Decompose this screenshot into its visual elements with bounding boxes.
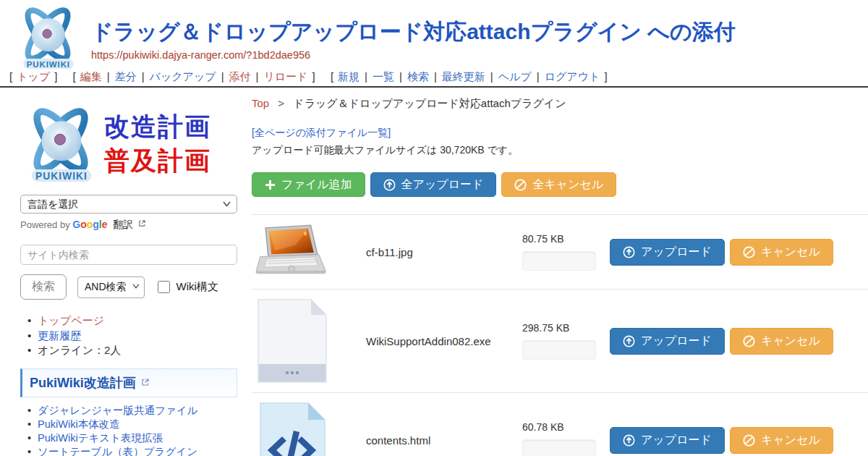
nav-help[interactable]: ヘルプ bbox=[498, 70, 532, 83]
file-size: 80.75 KB bbox=[522, 233, 598, 245]
nav-search[interactable]: 検索 bbox=[407, 70, 429, 83]
breadcrumb-home-link[interactable]: Top bbox=[252, 97, 269, 109]
banner-line1: 改造計画 bbox=[104, 109, 211, 143]
file-row: 8 cf-b11.jpg 80.75 KB ア bbox=[252, 214, 868, 289]
arrow-circle-up-icon bbox=[623, 434, 635, 447]
page-title: ドラッグ＆ドロップアップロード対応attachプラグイン への添付 bbox=[91, 17, 736, 47]
wiki-syntax-checkbox[interactable] bbox=[158, 281, 170, 293]
nav-new[interactable]: 新規 bbox=[338, 70, 359, 83]
logo-text: PUKIWIKI bbox=[27, 60, 70, 69]
file-size: 298.75 KB bbox=[522, 322, 598, 334]
nav-backup[interactable]: バックアップ bbox=[150, 70, 216, 83]
ban-icon bbox=[514, 179, 527, 191]
sidebar-banner[interactable]: PUKIWIKI 改造計画 普及計画 bbox=[20, 104, 237, 183]
cancel-button[interactable]: キャンセル bbox=[730, 328, 833, 355]
cancel-button[interactable]: キャンセル bbox=[730, 239, 833, 266]
arrow-circle-up-icon bbox=[383, 179, 396, 191]
sidebar-item-body-mod[interactable]: PukiWiki本体改造 bbox=[38, 418, 120, 430]
sidebar: PUKIWIKI 改造計画 普及計画 言語を選択 Powered by Goog… bbox=[20, 104, 237, 456]
nav-top[interactable]: トップ bbox=[17, 70, 50, 83]
separator: | bbox=[221, 70, 224, 83]
laptop-photo-thumbnail: 8 bbox=[252, 223, 333, 281]
list-item: オンライン：2人 bbox=[27, 344, 237, 357]
bracket: [ bbox=[9, 70, 12, 83]
upload-all-button[interactable]: 全アップロード bbox=[370, 172, 497, 197]
online-count: オンライン：2人 bbox=[38, 344, 121, 356]
upload-button[interactable]: アップロード bbox=[610, 239, 725, 266]
all-attachments-link[interactable]: [全ページの添付ファイル一覧] bbox=[252, 127, 391, 140]
bracket: [ bbox=[73, 70, 76, 83]
sidebar-plugin-links: ダジャレンジャー版共通ファイル PukiWiki本体改造 PukiWikiテキス… bbox=[20, 405, 237, 456]
nav-recent[interactable]: 最終更新 bbox=[442, 70, 485, 83]
main-content: Top > ドラッグ＆ドロップアップロード対応attachプラグイン [全ページ… bbox=[252, 97, 868, 456]
bracket: ] bbox=[312, 70, 315, 83]
file-name: cf-b11.jpg bbox=[333, 246, 522, 258]
nav-diff[interactable]: 差分 bbox=[115, 70, 137, 83]
pukiwiki-kaizou-link[interactable]: PukiWiki改造計画 bbox=[30, 376, 136, 390]
ban-icon bbox=[743, 335, 755, 347]
upload-file-list: 8 cf-b11.jpg 80.75 KB ア bbox=[252, 214, 868, 456]
max-upload-size-text: アップロード可能最大ファイルサイズは 30,720KB です。 bbox=[252, 144, 868, 157]
list-item: ダジャレンジャー版共通ファイル bbox=[27, 405, 237, 417]
separator: | bbox=[537, 70, 540, 83]
add-files-button[interactable]: ファイル追加 bbox=[252, 172, 365, 197]
breadcrumb-separator: > bbox=[278, 97, 284, 109]
google-logo: G bbox=[72, 219, 80, 230]
sidebar-item-text-ext[interactable]: PukiWikiテキスト表現拡張 bbox=[38, 432, 163, 444]
sidebar-quick-links: トップページ 更新履歴 オンライン：2人 bbox=[20, 314, 237, 357]
file-name: contents.html bbox=[333, 434, 522, 447]
arrow-circle-up-icon bbox=[623, 246, 635, 258]
search-button[interactable]: 検索 bbox=[20, 274, 67, 300]
google-translate-link[interactable]: 翻訳 bbox=[113, 219, 133, 230]
sidebar-section-heading: PukiWiki改造計画 bbox=[20, 368, 237, 397]
banner-line2: 普及計画 bbox=[104, 143, 211, 177]
file-row: WikiSupportAddin082.exe 298.75 KB アップロード… bbox=[252, 289, 868, 392]
sidebar-item-sort-table[interactable]: ソートテーブル（表）プラグイン bbox=[38, 446, 197, 456]
nav-logout[interactable]: ログアウト bbox=[545, 70, 600, 83]
file-row: contents.html 60.78 KB アップロード キャンセル bbox=[252, 392, 868, 456]
sidebar-item-update-history[interactable]: 更新履歴 bbox=[38, 329, 81, 342]
chevron-down-icon bbox=[223, 201, 231, 207]
bracket: ] bbox=[604, 70, 607, 83]
language-select[interactable]: 言語を選択 bbox=[20, 195, 237, 214]
plus-icon bbox=[265, 180, 276, 190]
nav-reload[interactable]: リロード bbox=[263, 70, 307, 83]
nav-edit[interactable]: 編集 bbox=[80, 70, 102, 83]
nav-attach[interactable]: 添付 bbox=[229, 70, 251, 83]
separator: | bbox=[365, 70, 367, 83]
cancel-all-button[interactable]: 全キャンセル bbox=[501, 172, 616, 197]
upload-button[interactable]: アップロード bbox=[610, 427, 725, 454]
powered-by-google: Powered by Google 翻訳 bbox=[20, 219, 237, 232]
sidebar-item-top-page[interactable]: トップページ bbox=[38, 314, 104, 326]
list-item: PukiWiki本体改造 bbox=[27, 418, 237, 431]
svg-text:PUKIWIKI: PUKIWIKI bbox=[35, 171, 88, 182]
search-mode-select[interactable]: AND検索 bbox=[77, 276, 145, 298]
list-item: トップページ bbox=[27, 314, 237, 327]
bracket: ] bbox=[54, 70, 57, 83]
ban-icon bbox=[743, 434, 755, 447]
file-name: WikiSupportAddin082.exe bbox=[333, 335, 522, 347]
page-url-link[interactable]: https://pukiwiki.dajya-ranger.com/?1bd2d… bbox=[91, 49, 310, 61]
search-mode-value: AND検索 bbox=[85, 281, 127, 292]
chevron-down-icon bbox=[132, 284, 140, 289]
upload-button[interactable]: アップロード bbox=[610, 328, 725, 355]
separator: | bbox=[107, 70, 110, 83]
nav-list[interactable]: 一覧 bbox=[373, 70, 394, 83]
separator: | bbox=[490, 70, 493, 83]
generic-file-icon bbox=[252, 297, 333, 384]
pukiwiki-atom-icon: PUKIWIKI bbox=[20, 104, 101, 183]
arrow-circle-up-icon bbox=[623, 335, 635, 347]
wiki-syntax-label: Wiki構文 bbox=[176, 280, 218, 294]
pukiwiki-logo[interactable]: PUKIWIKI bbox=[12, 4, 84, 73]
breadcrumb: Top > ドラッグ＆ドロップアップロード対応attachプラグイン bbox=[252, 97, 868, 111]
upload-progress-bar bbox=[522, 251, 596, 271]
powered-by-text: Powered by bbox=[20, 219, 70, 230]
sidebar-item-common-files[interactable]: ダジャレンジャー版共通ファイル bbox=[38, 405, 197, 416]
language-select-value: 言語を選択 bbox=[27, 198, 78, 210]
separator: | bbox=[399, 70, 402, 83]
site-search-input[interactable] bbox=[20, 245, 237, 265]
cancel-button[interactable]: キャンセル bbox=[730, 427, 833, 454]
list-item: PukiWikiテキスト表現拡張 bbox=[27, 432, 237, 444]
bracket: [ bbox=[331, 70, 333, 83]
separator: | bbox=[256, 70, 259, 83]
